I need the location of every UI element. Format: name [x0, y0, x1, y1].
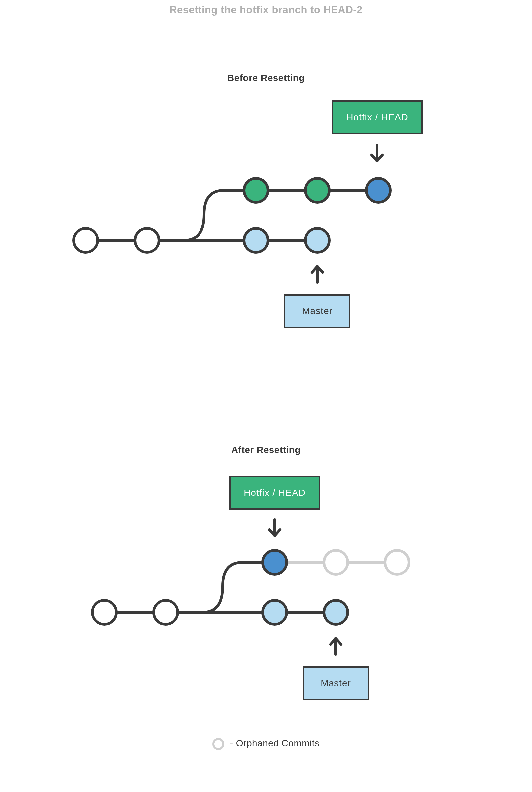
commit-node	[243, 227, 269, 254]
commit-node	[73, 227, 99, 254]
commit-node	[304, 177, 330, 204]
commit-node-head	[365, 177, 392, 204]
after-heading: After Resetting	[0, 445, 532, 455]
commit-node-master	[304, 227, 330, 254]
commit-node-orphan	[384, 549, 410, 576]
orphan-dot-icon	[212, 738, 225, 750]
edge	[285, 611, 325, 614]
edge	[115, 611, 155, 614]
edge	[267, 189, 307, 192]
commit-node-master	[323, 599, 349, 626]
orphan-legend-text: - Orphaned Commits	[230, 738, 320, 749]
commit-node-orphan	[323, 549, 349, 576]
edge-orphan	[346, 561, 386, 564]
after-hotfix-head-label: Hotfix / HEAD	[229, 476, 320, 510]
commit-node-head	[261, 549, 288, 576]
commit-node	[91, 599, 118, 626]
edge	[267, 239, 307, 242]
commit-node	[152, 599, 179, 626]
arrow-up-icon	[309, 263, 325, 283]
before-master-label: Master	[284, 294, 350, 328]
branch-curve	[176, 550, 269, 616]
arrow-up-icon	[328, 636, 344, 656]
edge	[96, 239, 136, 242]
orphan-legend: - Orphaned Commits	[0, 738, 532, 750]
commit-node	[261, 599, 288, 626]
page-title: Resetting the hotfix branch to HEAD-2	[0, 4, 532, 16]
before-hotfix-head-label: Hotfix / HEAD	[332, 100, 423, 134]
commit-node	[134, 227, 160, 254]
arrow-down-icon	[267, 518, 283, 538]
diagram-page: Resetting the hotfix branch to HEAD-2 Be…	[0, 0, 532, 792]
edge	[328, 189, 368, 192]
edge-orphan	[285, 561, 325, 564]
after-master-label: Master	[303, 666, 369, 700]
before-heading: Before Resetting	[0, 73, 532, 83]
branch-curve	[158, 178, 251, 244]
arrow-down-icon	[369, 144, 385, 164]
commit-node	[243, 177, 269, 204]
section-divider	[76, 381, 423, 381]
